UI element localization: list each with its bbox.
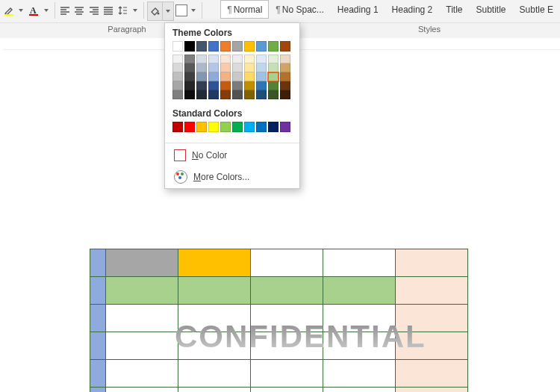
table-cell[interactable] xyxy=(106,277,178,305)
shade-swatch[interactable] xyxy=(268,81,279,90)
shade-swatch[interactable] xyxy=(232,63,243,72)
shade-swatch[interactable] xyxy=(172,55,183,63)
table-cell[interactable] xyxy=(323,249,396,277)
shade-swatch[interactable] xyxy=(232,90,243,99)
shade-swatch[interactable] xyxy=(196,90,207,99)
no-color-item[interactable]: No Color xyxy=(165,145,299,166)
shade-swatch[interactable] xyxy=(196,72,207,81)
standard-swatch[interactable] xyxy=(220,122,231,132)
table-cell[interactable] xyxy=(251,360,323,388)
standard-swatch[interactable] xyxy=(280,122,290,132)
theme-swatch[interactable] xyxy=(244,41,255,52)
shade-swatch[interactable] xyxy=(244,72,255,81)
shade-swatch[interactable] xyxy=(268,72,279,81)
table-cell[interactable] xyxy=(251,305,323,332)
style-item-heading-1[interactable]: Heading 1 xyxy=(331,0,385,19)
borders-button[interactable] xyxy=(174,1,188,19)
table-cell[interactable] xyxy=(396,277,468,305)
table-cell[interactable] xyxy=(106,360,178,388)
table-cell[interactable] xyxy=(323,388,396,393)
line-spacing-dropdown[interactable] xyxy=(129,1,140,19)
shade-swatch[interactable] xyxy=(196,63,207,72)
shade-swatch[interactable] xyxy=(256,90,267,99)
table-cell[interactable] xyxy=(106,249,178,277)
table-cell[interactable] xyxy=(178,332,251,360)
table-cell[interactable] xyxy=(323,332,396,360)
theme-swatch[interactable] xyxy=(208,41,219,52)
table-cell[interactable] xyxy=(106,332,178,360)
highlight-color-button[interactable] xyxy=(1,1,16,19)
shade-swatch[interactable] xyxy=(268,90,279,99)
shade-swatch[interactable] xyxy=(220,90,231,99)
table-cell[interactable] xyxy=(178,277,251,305)
shade-swatch[interactable] xyxy=(184,90,195,99)
borders-dropdown[interactable] xyxy=(188,1,199,19)
theme-swatch[interactable] xyxy=(256,41,267,52)
shade-swatch[interactable] xyxy=(196,81,207,90)
table-cell[interactable] xyxy=(90,305,106,332)
standard-swatch[interactable] xyxy=(268,122,279,132)
style-item-normal[interactable]: ¶Normal xyxy=(220,0,269,19)
shade-swatch[interactable] xyxy=(256,72,267,81)
shade-swatch[interactable] xyxy=(220,55,231,63)
shade-swatch[interactable] xyxy=(244,63,255,72)
shade-swatch[interactable] xyxy=(184,63,195,72)
table-cell[interactable] xyxy=(106,305,178,332)
standard-swatch[interactable] xyxy=(232,122,243,132)
table-cell[interactable] xyxy=(90,332,106,360)
standard-swatch[interactable] xyxy=(256,122,267,132)
shade-swatch[interactable] xyxy=(280,72,290,81)
shading-button[interactable] xyxy=(147,1,163,21)
align-right-button[interactable] xyxy=(87,1,101,19)
theme-swatch[interactable] xyxy=(232,41,243,52)
shade-swatch[interactable] xyxy=(256,55,267,63)
shade-swatch[interactable] xyxy=(244,90,255,99)
style-item-subtitle[interactable]: Subtitle xyxy=(470,0,513,19)
table-cell[interactable] xyxy=(178,305,251,332)
align-left-button[interactable] xyxy=(58,1,72,19)
more-colors-item[interactable]: More Colors... xyxy=(165,166,299,188)
shade-swatch[interactable] xyxy=(208,81,219,90)
shade-swatch[interactable] xyxy=(280,90,290,99)
line-spacing-button[interactable] xyxy=(115,1,129,19)
table-cell[interactable] xyxy=(323,305,396,332)
table-cell[interactable] xyxy=(251,388,323,393)
theme-swatch[interactable] xyxy=(184,41,195,52)
table-cell[interactable] xyxy=(90,388,106,393)
document-table[interactable] xyxy=(90,249,468,392)
table-cell[interactable] xyxy=(396,388,468,393)
shade-swatch[interactable] xyxy=(220,72,231,81)
shade-swatch[interactable] xyxy=(172,72,183,81)
style-item-no-spac-[interactable]: ¶No Spac... xyxy=(269,0,330,19)
shade-swatch[interactable] xyxy=(280,55,290,63)
shade-swatch[interactable] xyxy=(256,63,267,72)
align-center-button[interactable] xyxy=(72,1,87,19)
theme-swatch[interactable] xyxy=(220,41,231,52)
shading-dropdown-toggle[interactable] xyxy=(163,1,174,21)
table-cell[interactable] xyxy=(323,360,396,388)
shade-swatch[interactable] xyxy=(268,55,279,63)
standard-swatch[interactable] xyxy=(184,122,195,132)
table-cell[interactable] xyxy=(251,249,323,277)
table-cell[interactable] xyxy=(396,305,468,332)
shade-swatch[interactable] xyxy=(280,81,290,90)
table-cell[interactable] xyxy=(178,249,251,277)
standard-swatch[interactable] xyxy=(172,122,183,132)
font-color-button[interactable]: A xyxy=(26,1,40,19)
table-cell[interactable] xyxy=(396,360,468,388)
shade-swatch[interactable] xyxy=(184,72,195,81)
style-item-subtle-e[interactable]: Subtle E xyxy=(513,0,560,19)
shade-swatch[interactable] xyxy=(220,81,231,90)
shade-swatch[interactable] xyxy=(196,55,207,63)
highlight-color-dropdown[interactable] xyxy=(16,1,26,19)
theme-swatch[interactable] xyxy=(172,41,183,52)
align-justify-button[interactable] xyxy=(101,1,115,19)
shade-swatch[interactable] xyxy=(172,81,183,90)
theme-swatch[interactable] xyxy=(196,41,207,52)
style-item-title[interactable]: Title xyxy=(439,0,469,19)
shade-swatch[interactable] xyxy=(208,63,219,72)
table-cell[interactable] xyxy=(90,360,106,388)
table-cell[interactable] xyxy=(396,332,468,360)
shade-swatch[interactable] xyxy=(280,63,290,72)
theme-swatch[interactable] xyxy=(280,41,290,52)
